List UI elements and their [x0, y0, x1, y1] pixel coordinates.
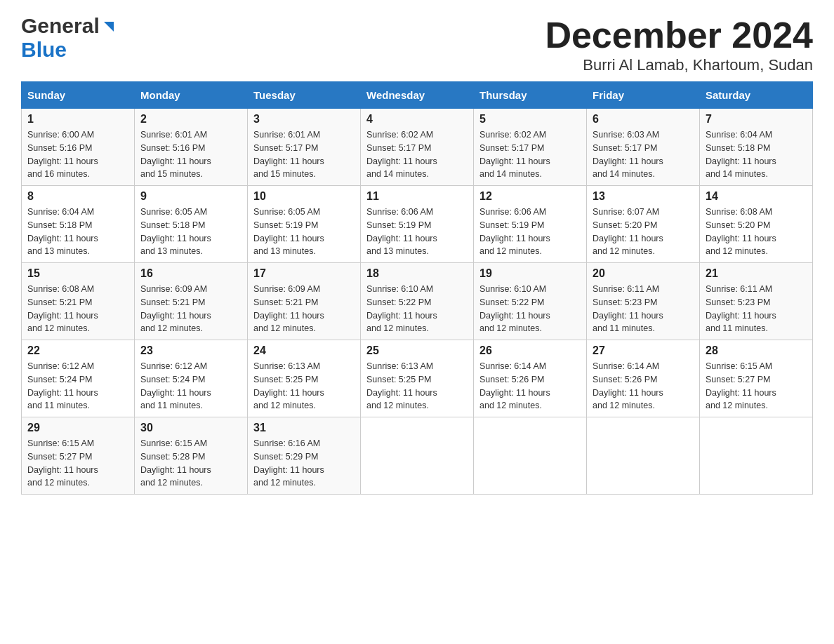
day-info: Sunrise: 6:04 AMSunset: 5:18 PMDaylight:… — [27, 206, 128, 258]
day-cell-19: 19Sunrise: 6:10 AMSunset: 5:22 PMDayligh… — [474, 263, 587, 340]
day-cell-24: 24Sunrise: 6:13 AMSunset: 5:25 PMDayligh… — [248, 340, 361, 417]
day-cell-5: 5Sunrise: 6:02 AMSunset: 5:17 PMDaylight… — [474, 109, 587, 186]
day-number: 2 — [140, 113, 241, 126]
day-number: 11 — [366, 190, 468, 203]
day-number: 12 — [479, 190, 581, 203]
day-info: Sunrise: 6:07 AMSunset: 5:20 PMDaylight:… — [593, 206, 694, 258]
logo-general-text: General — [21, 14, 100, 38]
day-cell-4: 4Sunrise: 6:02 AMSunset: 5:17 PMDaylight… — [361, 109, 474, 186]
day-number: 28 — [706, 344, 807, 357]
day-cell-3: 3Sunrise: 6:01 AMSunset: 5:17 PMDaylight… — [248, 109, 361, 186]
day-info: Sunrise: 6:01 AMSunset: 5:16 PMDaylight:… — [140, 128, 241, 181]
day-info: Sunrise: 6:14 AMSunset: 5:26 PMDaylight:… — [593, 360, 694, 412]
day-info: Sunrise: 6:10 AMSunset: 5:22 PMDaylight:… — [366, 283, 468, 335]
week-row-2: 8Sunrise: 6:04 AMSunset: 5:18 PMDaylight… — [22, 186, 813, 263]
logo-triangle-icon — [101, 19, 117, 34]
day-number: 6 — [593, 113, 694, 126]
day-info: Sunrise: 6:06 AMSunset: 5:19 PMDaylight:… — [366, 206, 468, 258]
day-info: Sunrise: 6:06 AMSunset: 5:19 PMDaylight:… — [479, 206, 581, 258]
weekday-header-saturday: Saturday — [700, 82, 813, 109]
day-number: 4 — [366, 113, 468, 126]
day-info: Sunrise: 6:08 AMSunset: 5:21 PMDaylight:… — [27, 283, 128, 335]
day-cell-17: 17Sunrise: 6:09 AMSunset: 5:21 PMDayligh… — [248, 263, 361, 340]
day-info: Sunrise: 6:12 AMSunset: 5:24 PMDaylight:… — [27, 360, 128, 412]
day-number: 13 — [593, 190, 694, 203]
empty-cell — [587, 417, 700, 495]
week-row-1: 1Sunrise: 6:00 AMSunset: 5:16 PMDaylight… — [22, 109, 813, 186]
week-row-5: 29Sunrise: 6:15 AMSunset: 5:27 PMDayligh… — [22, 417, 813, 495]
day-number: 24 — [253, 344, 355, 357]
weekday-header-wednesday: Wednesday — [361, 82, 474, 109]
day-cell-23: 23Sunrise: 6:12 AMSunset: 5:24 PMDayligh… — [135, 340, 248, 417]
day-cell-28: 28Sunrise: 6:15 AMSunset: 5:27 PMDayligh… — [700, 340, 813, 417]
day-cell-12: 12Sunrise: 6:06 AMSunset: 5:19 PMDayligh… — [474, 186, 587, 263]
day-info: Sunrise: 6:10 AMSunset: 5:22 PMDaylight:… — [479, 283, 581, 335]
weekday-header-tuesday: Tuesday — [248, 82, 361, 109]
day-cell-11: 11Sunrise: 6:06 AMSunset: 5:19 PMDayligh… — [361, 186, 474, 263]
week-row-4: 22Sunrise: 6:12 AMSunset: 5:24 PMDayligh… — [22, 340, 813, 417]
day-number: 17 — [253, 267, 355, 280]
day-number: 9 — [140, 190, 241, 203]
day-info: Sunrise: 6:02 AMSunset: 5:17 PMDaylight:… — [479, 128, 581, 181]
day-number: 20 — [593, 267, 694, 280]
day-info: Sunrise: 6:04 AMSunset: 5:18 PMDaylight:… — [706, 128, 807, 181]
day-info: Sunrise: 6:11 AMSunset: 5:23 PMDaylight:… — [706, 283, 807, 335]
day-number: 16 — [140, 267, 241, 280]
day-cell-1: 1Sunrise: 6:00 AMSunset: 5:16 PMDaylight… — [22, 109, 135, 186]
week-row-3: 15Sunrise: 6:08 AMSunset: 5:21 PMDayligh… — [22, 263, 813, 340]
day-cell-22: 22Sunrise: 6:12 AMSunset: 5:24 PMDayligh… — [22, 340, 135, 417]
day-number: 18 — [366, 267, 468, 280]
day-cell-13: 13Sunrise: 6:07 AMSunset: 5:20 PMDayligh… — [587, 186, 700, 263]
day-info: Sunrise: 6:15 AMSunset: 5:27 PMDaylight:… — [27, 437, 128, 490]
empty-cell — [700, 417, 813, 495]
day-number: 15 — [27, 267, 128, 280]
day-number: 27 — [593, 344, 694, 357]
location-text: Burri Al Lamab, Khartoum, Sudan — [545, 56, 813, 74]
day-cell-8: 8Sunrise: 6:04 AMSunset: 5:18 PMDaylight… — [22, 186, 135, 263]
day-info: Sunrise: 6:16 AMSunset: 5:29 PMDaylight:… — [253, 437, 355, 490]
day-cell-31: 31Sunrise: 6:16 AMSunset: 5:29 PMDayligh… — [248, 417, 361, 495]
day-cell-25: 25Sunrise: 6:13 AMSunset: 5:25 PMDayligh… — [361, 340, 474, 417]
day-cell-26: 26Sunrise: 6:14 AMSunset: 5:26 PMDayligh… — [474, 340, 587, 417]
day-cell-2: 2Sunrise: 6:01 AMSunset: 5:16 PMDaylight… — [135, 109, 248, 186]
day-number: 1 — [27, 113, 128, 126]
day-info: Sunrise: 6:02 AMSunset: 5:17 PMDaylight:… — [366, 128, 468, 181]
day-number: 29 — [27, 422, 128, 434]
day-cell-29: 29Sunrise: 6:15 AMSunset: 5:27 PMDayligh… — [22, 417, 135, 495]
weekday-header-thursday: Thursday — [474, 82, 587, 109]
page-header: General Blue December 2024 Burri Al Lama… — [21, 14, 813, 74]
day-info: Sunrise: 6:01 AMSunset: 5:17 PMDaylight:… — [253, 128, 355, 181]
empty-cell — [361, 417, 474, 495]
day-info: Sunrise: 6:09 AMSunset: 5:21 PMDaylight:… — [140, 283, 241, 335]
day-number: 19 — [479, 267, 581, 280]
weekday-header-row: SundayMondayTuesdayWednesdayThursdayFrid… — [22, 82, 813, 109]
calendar-table: SundayMondayTuesdayWednesdayThursdayFrid… — [21, 81, 813, 495]
day-cell-30: 30Sunrise: 6:15 AMSunset: 5:28 PMDayligh… — [135, 417, 248, 495]
day-cell-7: 7Sunrise: 6:04 AMSunset: 5:18 PMDaylight… — [700, 109, 813, 186]
day-info: Sunrise: 6:03 AMSunset: 5:17 PMDaylight:… — [593, 128, 694, 181]
day-info: Sunrise: 6:05 AMSunset: 5:18 PMDaylight:… — [140, 206, 241, 258]
day-info: Sunrise: 6:15 AMSunset: 5:27 PMDaylight:… — [706, 360, 807, 412]
day-number: 7 — [706, 113, 807, 126]
day-number: 8 — [27, 190, 128, 203]
day-number: 5 — [479, 113, 581, 126]
day-info: Sunrise: 6:08 AMSunset: 5:20 PMDaylight:… — [706, 206, 807, 258]
weekday-header-monday: Monday — [135, 82, 248, 109]
day-info: Sunrise: 6:09 AMSunset: 5:21 PMDaylight:… — [253, 283, 355, 335]
logo: General Blue — [21, 14, 117, 62]
day-cell-10: 10Sunrise: 6:05 AMSunset: 5:19 PMDayligh… — [248, 186, 361, 263]
day-info: Sunrise: 6:00 AMSunset: 5:16 PMDaylight:… — [27, 128, 128, 181]
empty-cell — [474, 417, 587, 495]
day-number: 25 — [366, 344, 468, 357]
day-number: 21 — [706, 267, 807, 280]
day-cell-27: 27Sunrise: 6:14 AMSunset: 5:26 PMDayligh… — [587, 340, 700, 417]
day-number: 14 — [706, 190, 807, 203]
day-number: 3 — [253, 113, 355, 126]
day-cell-9: 9Sunrise: 6:05 AMSunset: 5:18 PMDaylight… — [135, 186, 248, 263]
day-number: 31 — [253, 422, 355, 434]
day-number: 10 — [253, 190, 355, 203]
day-info: Sunrise: 6:13 AMSunset: 5:25 PMDaylight:… — [366, 360, 468, 412]
day-info: Sunrise: 6:15 AMSunset: 5:28 PMDaylight:… — [140, 437, 241, 490]
weekday-header-friday: Friday — [587, 82, 700, 109]
day-cell-6: 6Sunrise: 6:03 AMSunset: 5:17 PMDaylight… — [587, 109, 700, 186]
